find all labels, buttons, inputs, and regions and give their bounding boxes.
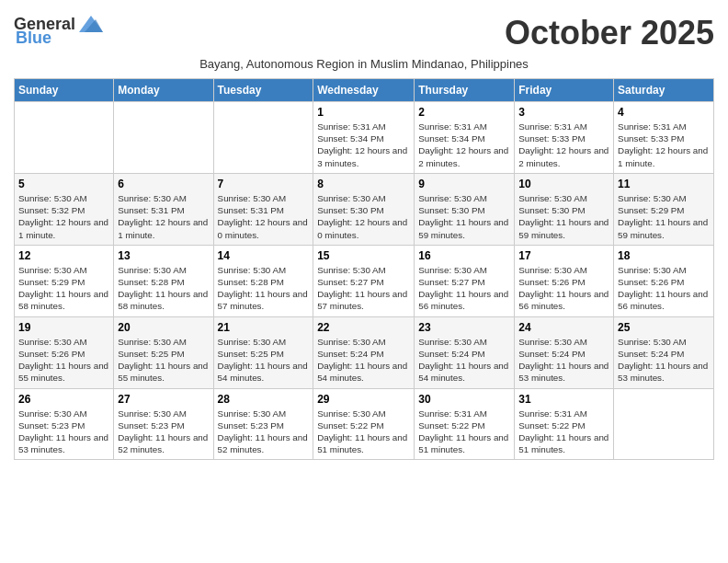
calendar-cell: 21Sunrise: 5:30 AM Sunset: 5:25 PM Dayli… [213, 316, 313, 388]
cell-date-number: 5 [18, 178, 109, 190]
calendar-cell: 26Sunrise: 5:30 AM Sunset: 5:23 PM Dayli… [15, 388, 114, 460]
calendar-cell: 1Sunrise: 5:31 AM Sunset: 5:34 PM Daylig… [313, 102, 415, 174]
cell-info: Sunrise: 5:31 AM Sunset: 5:33 PM Dayligh… [518, 121, 609, 169]
cell-date-number: 2 [418, 106, 510, 119]
calendar-cell: 30Sunrise: 5:31 AM Sunset: 5:22 PM Dayli… [415, 388, 515, 460]
cell-info: Sunrise: 5:30 AM Sunset: 5:30 PM Dayligh… [418, 192, 510, 241]
cell-date-number: 31 [518, 393, 609, 406]
day-header-saturday: Saturday [614, 79, 714, 102]
calendar-cell: 4Sunrise: 5:31 AM Sunset: 5:33 PM Daylig… [614, 102, 714, 174]
calendar-cell: 23Sunrise: 5:30 AM Sunset: 5:24 PM Dayli… [415, 316, 515, 388]
cell-info: Sunrise: 5:30 AM Sunset: 5:27 PM Dayligh… [317, 264, 410, 313]
cell-date-number: 11 [618, 178, 710, 190]
calendar-cell: 25Sunrise: 5:30 AM Sunset: 5:24 PM Dayli… [614, 316, 714, 388]
calendar-cell: 18Sunrise: 5:30 AM Sunset: 5:26 PM Dayli… [614, 245, 714, 316]
logo-blue: Blue [16, 29, 51, 48]
cell-date-number: 17 [518, 249, 609, 262]
cell-info: Sunrise: 5:30 AM Sunset: 5:29 PM Dayligh… [18, 264, 109, 313]
cell-date-number: 27 [118, 393, 209, 406]
day-header-tuesday: Tuesday [213, 79, 313, 102]
calendar-cell: 6Sunrise: 5:30 AM Sunset: 5:31 PM Daylig… [114, 173, 213, 245]
calendar-cell: 13Sunrise: 5:30 AM Sunset: 5:28 PM Dayli… [114, 245, 213, 316]
calendar-cell: 9Sunrise: 5:30 AM Sunset: 5:30 PM Daylig… [415, 173, 515, 245]
calendar-table: SundayMondayTuesdayWednesdayThursdayFrid… [14, 78, 714, 460]
day-header-sunday: Sunday [15, 79, 114, 102]
month-title: October 2025 [505, 14, 714, 52]
calendar-cell: 2Sunrise: 5:31 AM Sunset: 5:34 PM Daylig… [415, 102, 515, 174]
cell-info: Sunrise: 5:30 AM Sunset: 5:29 PM Dayligh… [618, 192, 710, 241]
day-header-thursday: Thursday [415, 79, 515, 102]
cell-date-number: 28 [218, 393, 310, 406]
cell-date-number: 1 [317, 106, 410, 119]
calendar-cell: 31Sunrise: 5:31 AM Sunset: 5:22 PM Dayli… [515, 388, 614, 460]
calendar-cell [114, 102, 213, 174]
calendar-cell: 24Sunrise: 5:30 AM Sunset: 5:24 PM Dayli… [515, 316, 614, 388]
cell-info: Sunrise: 5:30 AM Sunset: 5:28 PM Dayligh… [118, 264, 209, 313]
cell-info: Sunrise: 5:30 AM Sunset: 5:28 PM Dayligh… [218, 264, 310, 313]
cell-date-number: 29 [317, 393, 410, 406]
subtitle: Bayang, Autonomous Region in Muslim Mind… [14, 57, 714, 71]
cell-info: Sunrise: 5:30 AM Sunset: 5:25 PM Dayligh… [118, 336, 209, 385]
cell-date-number: 15 [317, 249, 410, 262]
cell-date-number: 10 [518, 178, 609, 190]
calendar-cell [213, 102, 313, 174]
cell-date-number: 21 [218, 321, 310, 334]
cell-date-number: 13 [118, 249, 209, 262]
cell-date-number: 18 [618, 249, 710, 262]
cell-info: Sunrise: 5:30 AM Sunset: 5:24 PM Dayligh… [618, 336, 710, 385]
cell-date-number: 8 [317, 178, 410, 190]
cell-info: Sunrise: 5:30 AM Sunset: 5:31 PM Dayligh… [218, 192, 310, 241]
day-header-wednesday: Wednesday [313, 79, 415, 102]
calendar-cell: 28Sunrise: 5:30 AM Sunset: 5:23 PM Dayli… [213, 388, 313, 460]
page-header: General Blue October 2025 [14, 14, 714, 52]
day-header-monday: Monday [114, 79, 213, 102]
cell-date-number: 4 [618, 106, 710, 119]
cell-info: Sunrise: 5:30 AM Sunset: 5:23 PM Dayligh… [18, 408, 109, 456]
cell-info: Sunrise: 5:30 AM Sunset: 5:24 PM Dayligh… [518, 336, 609, 385]
cell-date-number: 3 [518, 106, 609, 119]
calendar-cell: 15Sunrise: 5:30 AM Sunset: 5:27 PM Dayli… [313, 245, 415, 316]
calendar-cell: 11Sunrise: 5:30 AM Sunset: 5:29 PM Dayli… [614, 173, 714, 245]
cell-date-number: 23 [418, 321, 510, 334]
calendar-cell [614, 388, 714, 460]
calendar-cell: 12Sunrise: 5:30 AM Sunset: 5:29 PM Dayli… [15, 245, 114, 316]
calendar-cell: 16Sunrise: 5:30 AM Sunset: 5:27 PM Dayli… [415, 245, 515, 316]
calendar-cell: 22Sunrise: 5:30 AM Sunset: 5:24 PM Dayli… [313, 316, 415, 388]
cell-info: Sunrise: 5:30 AM Sunset: 5:26 PM Dayligh… [18, 336, 109, 385]
calendar-cell: 3Sunrise: 5:31 AM Sunset: 5:33 PM Daylig… [515, 102, 614, 174]
cell-info: Sunrise: 5:30 AM Sunset: 5:23 PM Dayligh… [118, 408, 209, 456]
calendar-cell: 14Sunrise: 5:30 AM Sunset: 5:28 PM Dayli… [213, 245, 313, 316]
calendar-cell: 27Sunrise: 5:30 AM Sunset: 5:23 PM Dayli… [114, 388, 213, 460]
cell-date-number: 19 [18, 321, 109, 334]
cell-info: Sunrise: 5:30 AM Sunset: 5:24 PM Dayligh… [317, 336, 410, 385]
cell-date-number: 24 [518, 321, 609, 334]
cell-info: Sunrise: 5:31 AM Sunset: 5:34 PM Dayligh… [317, 121, 410, 169]
cell-info: Sunrise: 5:31 AM Sunset: 5:22 PM Dayligh… [518, 408, 609, 456]
calendar-cell: 19Sunrise: 5:30 AM Sunset: 5:26 PM Dayli… [15, 316, 114, 388]
cell-info: Sunrise: 5:31 AM Sunset: 5:22 PM Dayligh… [418, 408, 510, 456]
logo: General Blue [14, 14, 105, 48]
cell-info: Sunrise: 5:30 AM Sunset: 5:26 PM Dayligh… [618, 264, 710, 313]
calendar-cell [15, 102, 114, 174]
cell-info: Sunrise: 5:30 AM Sunset: 5:24 PM Dayligh… [418, 336, 510, 385]
calendar-cell: 7Sunrise: 5:30 AM Sunset: 5:31 PM Daylig… [213, 173, 313, 245]
cell-date-number: 20 [118, 321, 209, 334]
calendar-cell: 5Sunrise: 5:30 AM Sunset: 5:32 PM Daylig… [15, 173, 114, 245]
calendar-cell: 20Sunrise: 5:30 AM Sunset: 5:25 PM Dayli… [114, 316, 213, 388]
cell-info: Sunrise: 5:30 AM Sunset: 5:26 PM Dayligh… [518, 264, 609, 313]
cell-info: Sunrise: 5:30 AM Sunset: 5:23 PM Dayligh… [218, 408, 310, 456]
cell-date-number: 26 [18, 393, 109, 406]
cell-info: Sunrise: 5:31 AM Sunset: 5:34 PM Dayligh… [418, 121, 510, 169]
day-header-friday: Friday [515, 79, 614, 102]
cell-date-number: 6 [118, 178, 209, 190]
cell-info: Sunrise: 5:30 AM Sunset: 5:30 PM Dayligh… [317, 192, 410, 241]
cell-date-number: 25 [618, 321, 710, 334]
cell-info: Sunrise: 5:30 AM Sunset: 5:32 PM Dayligh… [18, 192, 109, 241]
cell-info: Sunrise: 5:30 AM Sunset: 5:25 PM Dayligh… [218, 336, 310, 385]
cell-date-number: 14 [218, 249, 310, 262]
cell-info: Sunrise: 5:30 AM Sunset: 5:22 PM Dayligh… [317, 408, 410, 456]
cell-date-number: 7 [218, 178, 310, 190]
calendar-cell: 10Sunrise: 5:30 AM Sunset: 5:30 PM Dayli… [515, 173, 614, 245]
cell-date-number: 22 [317, 321, 410, 334]
cell-date-number: 9 [418, 178, 510, 190]
